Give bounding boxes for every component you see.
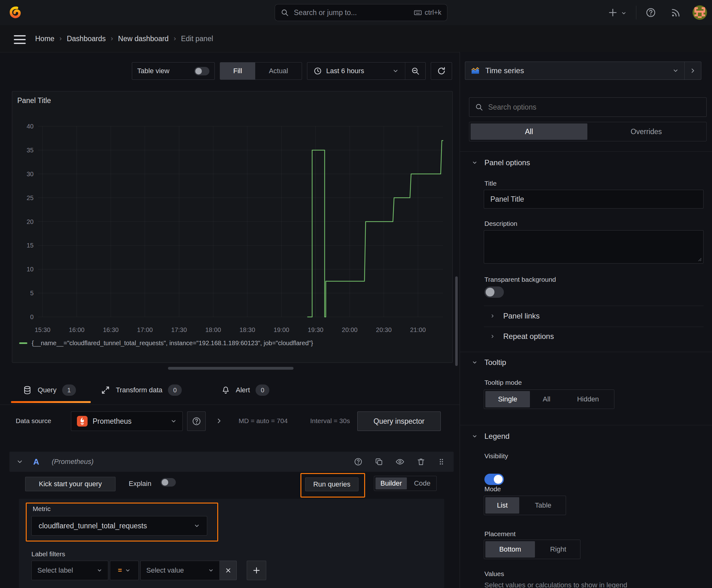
svg-text:20:30: 20:30 [376,327,392,333]
select-value-group: Select value [140,561,237,580]
explain-label: Explain [129,480,151,488]
panel-links-title: Panel links [503,312,540,320]
tooltip-title: Tooltip [484,358,506,367]
search-options-box[interactable] [469,97,707,117]
repeat-options-title: Repeat options [503,332,554,341]
options-sidebar: Time series All Overrides [459,52,712,588]
menu-hamburger-icon[interactable] [14,33,26,46]
datasource-help-icon[interactable] [187,412,206,431]
svg-text:20:00: 20:00 [342,327,358,333]
mode-list-option[interactable]: List [486,497,519,513]
code-option[interactable]: Code [408,476,436,491]
legend-visibility-toggle[interactable] [484,474,504,485]
panel-options-section-header[interactable]: Panel options [472,158,530,167]
alert-count-badge: 0 [256,384,269,396]
panel-resize-handle[interactable] [168,367,294,370]
time-range-label: Last 6 hours [326,67,364,75]
svg-text:15:30: 15:30 [35,327,50,333]
table-view-control: Table view [132,62,215,80]
placement-right-option[interactable]: Right [536,540,580,559]
tab-overrides[interactable]: Overrides [587,123,705,140]
tab-alert-label: Alert [236,386,250,394]
data-source-picker[interactable]: Prometheus [71,412,183,431]
tooltip-section-header[interactable]: Tooltip [472,358,506,367]
grafana-logo-icon[interactable] [9,5,24,20]
legend-mode-label: Mode [484,485,501,493]
toggle-visibility-eye-icon[interactable] [395,457,405,466]
visualization-select[interactable]: Time series [465,66,684,75]
breadcrumb-edit-panel: Edit panel [181,35,213,43]
metric-select[interactable]: cloudflared_tunnel_total_requests [31,516,207,536]
description-textarea[interactable] [484,230,704,264]
actual-option[interactable]: Actual [255,63,302,80]
table-view-toggle[interactable] [194,67,209,76]
fill-option[interactable]: Fill [220,63,255,80]
query-row-collapse-chevron-down-icon[interactable] [16,458,23,465]
mode-table-option[interactable]: Table [520,496,566,515]
builder-option[interactable]: Builder [375,478,407,489]
panel-links-section-header[interactable]: Panel links [490,312,540,320]
chevron-down-icon [472,360,477,365]
repeat-options-section-header[interactable]: Repeat options [490,332,554,341]
add-new-chevron-down-icon[interactable] [621,10,627,16]
remove-filter-x-icon[interactable] [220,561,237,580]
breadcrumb-new-dashboard[interactable]: New dashboard [118,35,169,43]
help-icon[interactable] [645,7,656,18]
placement-bottom-option[interactable]: Bottom [486,541,535,558]
tab-transform-label: Transform data [116,386,162,394]
collapse-options-chevron-right-icon[interactable] [685,62,701,80]
tooltip-single-option[interactable]: Single [486,391,530,407]
query-options-expander-chevron-right-icon[interactable] [215,417,223,425]
kick-start-query-button[interactable]: Kick start your query [25,477,115,491]
search-icon [281,8,289,17]
duplicate-query-copy-icon[interactable] [374,457,383,466]
global-search-input[interactable]: ctrl+k [275,4,447,21]
refresh-icon[interactable] [431,62,452,80]
query-row-header[interactable]: A (Prometheus) [9,452,454,472]
operator-dropdown[interactable]: = [110,561,139,580]
add-filter-plus-icon[interactable] [247,561,266,580]
query-help-icon[interactable] [354,457,363,466]
search-input[interactable] [293,8,409,17]
svg-text:17:00: 17:00 [137,327,153,333]
svg-text:16:30: 16:30 [103,327,118,333]
table-view-label: Table view [137,67,170,75]
panel-preview[interactable]: Panel Title 051015202530354015:3016:0016… [12,91,453,363]
tab-transform-data[interactable]: Transform data 0 [101,381,182,400]
textarea-resize-corner-icon[interactable] [696,256,702,262]
time-range-picker[interactable]: Last 6 hours [307,67,405,75]
delete-query-trash-icon[interactable] [416,457,425,466]
tooltip-all-option[interactable]: All [531,390,562,408]
add-new-button[interactable] [608,7,618,18]
drag-handle-grip-icon[interactable] [437,458,446,466]
run-queries-button[interactable]: Run queries [305,478,359,491]
query-inspector-button[interactable]: Query inspector [357,412,441,431]
chart-legend[interactable]: {__name__="cloudflared_tunnel_total_requ… [19,339,313,347]
legend-series-label[interactable]: {__name__="cloudflared_tunnel_total_requ… [32,339,313,347]
visualization-name: Time series [486,66,524,75]
select-value-placeholder: Select value [146,566,184,574]
select-value-dropdown[interactable]: Select value [140,561,220,580]
explain-toggle[interactable] [161,478,176,486]
news-rss-icon[interactable] [671,7,681,18]
select-label-dropdown[interactable]: Select label [31,561,108,580]
tab-query[interactable]: Query 1 [23,381,76,400]
time-series-chart[interactable]: 051015202530354015:3016:0016:3017:0017:3… [15,120,450,339]
svg-text:21:00: 21:00 [410,327,426,333]
tab-alert[interactable]: Alert 0 [221,381,269,400]
breadcrumb-home[interactable]: Home [35,35,54,43]
user-avatar[interactable] [693,5,707,20]
panel-title-input[interactable] [484,190,704,209]
zoom-out-time-icon[interactable] [405,63,425,80]
tab-query-label: Query [38,386,57,394]
breadcrumb-dashboards[interactable]: Dashboards [67,35,106,43]
search-options-input[interactable] [488,103,701,112]
tooltip-hidden-option[interactable]: Hidden [562,390,614,408]
svg-text:19:30: 19:30 [308,327,323,333]
panel-title: Panel Title [17,97,51,105]
main-scrollbar[interactable] [455,276,458,366]
legend-section-header[interactable]: Legend [472,432,510,441]
transparent-background-toggle[interactable] [484,287,504,298]
query-datasource-hint: (Prometheus) [52,458,93,466]
tab-all[interactable]: All [471,123,587,140]
